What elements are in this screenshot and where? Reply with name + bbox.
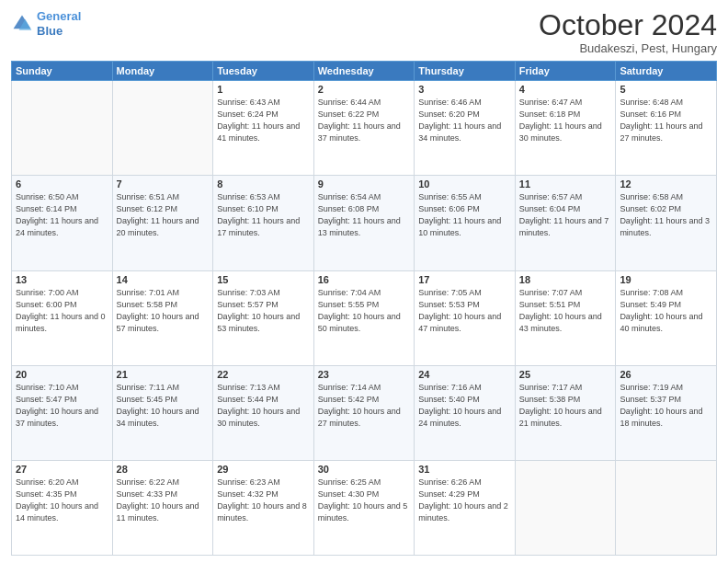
- weekday-header-sunday: Sunday: [12, 62, 113, 81]
- day-number: 16: [318, 274, 411, 285]
- calendar-cell: 8Sunrise: 6:53 AM Sunset: 6:10 PM Daylig…: [213, 176, 314, 270]
- week-row-5: 27Sunrise: 6:20 AM Sunset: 4:35 PM Dayli…: [12, 460, 717, 555]
- day-number: 2: [318, 84, 411, 95]
- day-number: 9: [318, 178, 411, 190]
- day-info: Sunrise: 7:19 AM Sunset: 5:37 PM Dayligh…: [620, 382, 712, 430]
- calendar-cell: 11Sunrise: 6:57 AM Sunset: 6:04 PM Dayli…: [515, 176, 616, 270]
- calendar-cell: 20Sunrise: 7:10 AM Sunset: 5:47 PM Dayli…: [12, 365, 113, 460]
- calendar-cell: 30Sunrise: 6:25 AM Sunset: 4:30 PM Dayli…: [313, 460, 415, 555]
- week-row-4: 20Sunrise: 7:10 AM Sunset: 5:47 PM Dayli…: [12, 365, 717, 460]
- weekday-header-row: SundayMondayTuesdayWednesdayThursdayFrid…: [12, 62, 717, 81]
- logo: General Blue: [11, 9, 81, 38]
- day-info: Sunrise: 7:11 AM Sunset: 5:45 PM Dayligh…: [117, 382, 210, 430]
- day-number: 30: [318, 464, 411, 475]
- weekday-header-saturday: Saturday: [616, 62, 717, 81]
- day-info: Sunrise: 6:22 AM Sunset: 4:33 PM Dayligh…: [117, 477, 210, 524]
- day-number: 18: [519, 274, 612, 285]
- calendar-cell: 19Sunrise: 7:08 AM Sunset: 5:49 PM Dayli…: [616, 270, 717, 365]
- day-number: 21: [117, 369, 210, 380]
- day-info: Sunrise: 6:47 AM Sunset: 6:18 PM Dayligh…: [519, 97, 612, 144]
- day-number: 31: [418, 464, 511, 475]
- day-number: 10: [418, 178, 511, 190]
- day-number: 27: [16, 464, 108, 475]
- calendar-cell: 29Sunrise: 6:23 AM Sunset: 4:32 PM Dayli…: [213, 460, 314, 555]
- calendar-cell: 5Sunrise: 6:48 AM Sunset: 6:16 PM Daylig…: [616, 81, 717, 176]
- calendar-cell: 22Sunrise: 7:13 AM Sunset: 5:44 PM Dayli…: [213, 365, 314, 460]
- location-subtitle: Budakeszi, Pest, Hungary: [539, 41, 717, 55]
- day-number: 4: [519, 84, 612, 95]
- calendar-cell: 21Sunrise: 7:11 AM Sunset: 5:45 PM Dayli…: [112, 365, 213, 460]
- day-info: Sunrise: 6:20 AM Sunset: 4:35 PM Dayligh…: [16, 477, 108, 524]
- calendar-cell: 4Sunrise: 6:47 AM Sunset: 6:18 PM Daylig…: [515, 81, 616, 176]
- day-number: 5: [620, 84, 712, 95]
- weekday-header-tuesday: Tuesday: [213, 62, 314, 81]
- day-number: 19: [620, 274, 712, 285]
- day-info: Sunrise: 6:58 AM Sunset: 6:02 PM Dayligh…: [620, 191, 712, 239]
- day-info: Sunrise: 7:13 AM Sunset: 5:44 PM Dayligh…: [217, 382, 310, 430]
- calendar-cell: 6Sunrise: 6:50 AM Sunset: 6:14 PM Daylig…: [12, 176, 113, 270]
- weekday-header-wednesday: Wednesday: [313, 62, 415, 81]
- day-number: 24: [418, 369, 511, 380]
- calendar-cell: [515, 460, 616, 555]
- day-number: 26: [620, 369, 712, 380]
- calendar-cell: 10Sunrise: 6:55 AM Sunset: 6:06 PM Dayli…: [415, 176, 516, 270]
- weekday-header-friday: Friday: [515, 62, 616, 81]
- day-info: Sunrise: 6:53 AM Sunset: 6:10 PM Dayligh…: [217, 191, 310, 239]
- day-number: 29: [217, 464, 310, 475]
- day-number: 17: [418, 274, 511, 285]
- calendar-cell: 18Sunrise: 7:07 AM Sunset: 5:51 PM Dayli…: [515, 270, 616, 365]
- week-row-1: 1Sunrise: 6:43 AM Sunset: 6:24 PM Daylig…: [12, 81, 717, 176]
- day-number: 14: [117, 274, 210, 285]
- day-info: Sunrise: 6:48 AM Sunset: 6:16 PM Dayligh…: [620, 97, 712, 144]
- day-info: Sunrise: 6:23 AM Sunset: 4:32 PM Dayligh…: [217, 477, 310, 524]
- day-number: 8: [217, 178, 310, 190]
- logo-text: General Blue: [37, 9, 81, 38]
- page-container: General Blue October 2024 Budakeszi, Pes…: [0, 0, 728, 563]
- day-info: Sunrise: 6:55 AM Sunset: 6:06 PM Dayligh…: [418, 191, 511, 239]
- title-block: October 2024 Budakeszi, Pest, Hungary: [539, 9, 717, 55]
- calendar-cell: 13Sunrise: 7:00 AM Sunset: 6:00 PM Dayli…: [12, 270, 113, 365]
- day-info: Sunrise: 7:10 AM Sunset: 5:47 PM Dayligh…: [16, 382, 108, 430]
- day-number: 15: [217, 274, 310, 285]
- day-info: Sunrise: 6:50 AM Sunset: 6:14 PM Dayligh…: [16, 191, 108, 239]
- day-number: 25: [519, 369, 612, 380]
- day-number: 28: [117, 464, 210, 475]
- calendar-cell: 23Sunrise: 7:14 AM Sunset: 5:42 PM Dayli…: [313, 365, 415, 460]
- day-info: Sunrise: 6:44 AM Sunset: 6:22 PM Dayligh…: [318, 97, 411, 144]
- calendar-cell: 27Sunrise: 6:20 AM Sunset: 4:35 PM Dayli…: [12, 460, 113, 555]
- calendar-cell: 31Sunrise: 6:26 AM Sunset: 4:29 PM Dayli…: [415, 460, 516, 555]
- calendar-cell: 14Sunrise: 7:01 AM Sunset: 5:58 PM Dayli…: [112, 270, 213, 365]
- day-info: Sunrise: 7:14 AM Sunset: 5:42 PM Dayligh…: [318, 382, 411, 430]
- calendar-cell: 9Sunrise: 6:54 AM Sunset: 6:08 PM Daylig…: [313, 176, 415, 270]
- calendar-cell: [616, 460, 717, 555]
- day-number: 7: [117, 178, 210, 190]
- day-number: 13: [16, 274, 108, 285]
- day-number: 20: [16, 369, 108, 380]
- day-info: Sunrise: 7:04 AM Sunset: 5:55 PM Dayligh…: [318, 287, 411, 335]
- calendar-cell: 16Sunrise: 7:04 AM Sunset: 5:55 PM Dayli…: [313, 270, 415, 365]
- calendar-cell: 28Sunrise: 6:22 AM Sunset: 4:33 PM Dayli…: [112, 460, 213, 555]
- day-number: 6: [16, 178, 108, 190]
- day-info: Sunrise: 6:25 AM Sunset: 4:30 PM Dayligh…: [318, 477, 411, 524]
- calendar-cell: 26Sunrise: 7:19 AM Sunset: 5:37 PM Dayli…: [616, 365, 717, 460]
- calendar-cell: [112, 81, 213, 176]
- calendar-cell: 24Sunrise: 7:16 AM Sunset: 5:40 PM Dayli…: [415, 365, 516, 460]
- calendar-cell: 15Sunrise: 7:03 AM Sunset: 5:57 PM Dayli…: [213, 270, 314, 365]
- week-row-2: 6Sunrise: 6:50 AM Sunset: 6:14 PM Daylig…: [12, 176, 717, 270]
- day-number: 3: [418, 84, 511, 95]
- day-info: Sunrise: 7:17 AM Sunset: 5:38 PM Dayligh…: [519, 382, 612, 430]
- day-info: Sunrise: 6:51 AM Sunset: 6:12 PM Dayligh…: [117, 191, 210, 239]
- calendar-cell: 7Sunrise: 6:51 AM Sunset: 6:12 PM Daylig…: [112, 176, 213, 270]
- header: General Blue October 2024 Budakeszi, Pes…: [11, 9, 717, 55]
- day-number: 12: [620, 178, 712, 190]
- calendar-cell: 25Sunrise: 7:17 AM Sunset: 5:38 PM Dayli…: [515, 365, 616, 460]
- day-info: Sunrise: 7:03 AM Sunset: 5:57 PM Dayligh…: [217, 287, 310, 335]
- day-info: Sunrise: 6:43 AM Sunset: 6:24 PM Dayligh…: [217, 97, 310, 144]
- calendar-cell: [12, 81, 113, 176]
- calendar-table: SundayMondayTuesdayWednesdayThursdayFrid…: [11, 61, 717, 556]
- calendar-cell: 2Sunrise: 6:44 AM Sunset: 6:22 PM Daylig…: [313, 81, 415, 176]
- day-info: Sunrise: 7:01 AM Sunset: 5:58 PM Dayligh…: [117, 287, 210, 335]
- day-number: 23: [318, 369, 411, 380]
- weekday-header-thursday: Thursday: [415, 62, 516, 81]
- day-number: 22: [217, 369, 310, 380]
